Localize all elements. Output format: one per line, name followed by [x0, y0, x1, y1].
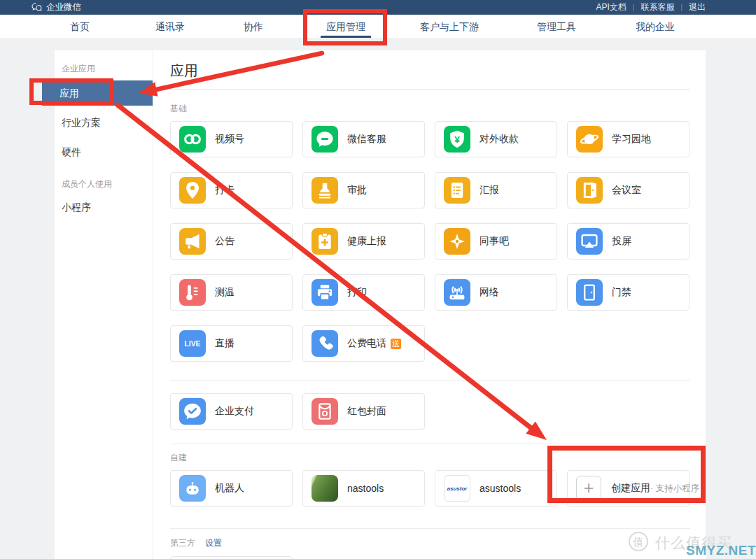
tab-协作[interactable]: 协作: [244, 15, 263, 39]
settings-link[interactable]: 设置: [205, 537, 222, 549]
app-card-公费电话[interactable]: 公费电话送: [302, 325, 425, 362]
app-card-create-app[interactable]: +: [170, 556, 293, 559]
app-card-红包封面[interactable]: 红包封面: [302, 393, 425, 430]
app-card-asustools[interactable]: asustorasustools: [435, 470, 557, 507]
app-card-会议室[interactable]: 会议室: [567, 172, 690, 208]
section-label-row: 基础: [170, 103, 690, 115]
section-label: 第三方: [170, 537, 195, 549]
app-card-创建应用[interactable]: +创建应用 · 支持小程序: [567, 470, 690, 507]
section-label-row: 自建: [170, 452, 690, 464]
app-label: 汇报: [479, 184, 499, 197]
svg-text:¥: ¥: [454, 134, 460, 145]
app-card-审批[interactable]: 审批: [302, 172, 425, 208]
asustor-logo-icon: asustor: [444, 475, 470, 502]
meeting-door-icon: [576, 177, 603, 204]
top-links-separator: |: [680, 3, 682, 11]
live-icon: LIVE: [179, 330, 206, 357]
report-doc-icon: [444, 177, 470, 204]
stamp-icon: [312, 177, 338, 204]
app-card-打卡[interactable]: 打卡: [170, 172, 293, 208]
sidebar-item-小程序[interactable]: 小程序: [62, 201, 153, 214]
main-tabbar: 首页通讯录协作应用管理客户与上下游管理工具我的企业: [0, 15, 756, 39]
tab-通讯录[interactable]: 通讯录: [155, 15, 185, 39]
section-label-row: 第三方设置: [170, 537, 690, 549]
app-card-微信客服[interactable]: 微信客服: [302, 121, 425, 157]
section-divider: [170, 528, 690, 529]
app-card-测温[interactable]: 测温: [170, 274, 293, 311]
planet-icon: [576, 126, 603, 153]
sidebar-item-应用[interactable]: 应用: [42, 80, 154, 106]
app-grid: 视频号微信客服¥对外收款学习园地打卡审批汇报会议室公告健康上报同事吧投屏测温打印…: [170, 121, 690, 362]
plus-icon: +: [576, 476, 601, 501]
tab-应用管理[interactable]: 应用管理: [326, 15, 365, 39]
tab-label: 管理工具: [537, 21, 576, 32]
app-label: asustools: [479, 483, 521, 494]
pay-bubble-check-icon: [179, 398, 206, 425]
app-card-汇报[interactable]: 汇报: [435, 172, 557, 208]
sidebar-item-行业方案[interactable]: 行业方案: [62, 117, 153, 129]
photo-thumbnail-icon: [312, 475, 338, 502]
app-card-直播[interactable]: LIVE直播: [170, 325, 293, 362]
top-link-logout[interactable]: 退出: [689, 1, 706, 13]
tab-我的企业[interactable]: 我的企业: [636, 15, 675, 39]
tab-label: 通讯录: [155, 21, 185, 32]
app-card-机器人[interactable]: 机器人: [170, 470, 293, 507]
app-grid: 机器人nastoolsasustorasustools+创建应用 · 支持小程序: [170, 470, 690, 507]
tab-label: 应用管理: [326, 21, 365, 32]
video-channels-icon: [179, 126, 206, 153]
tab-首页[interactable]: 首页: [70, 15, 90, 39]
app-card-学习园地[interactable]: 学习园地: [567, 121, 690, 157]
app-label: 微信客服: [347, 133, 386, 146]
robot-icon: [179, 475, 206, 502]
top-links: API文档|联系客服|退出: [596, 1, 706, 13]
page-title: 应用: [170, 50, 690, 80]
app-label: 会议室: [612, 184, 641, 197]
app-card-对外收款[interactable]: ¥对外收款: [435, 121, 557, 157]
tab-label: 我的企业: [636, 21, 675, 32]
app-label: 投屏: [612, 235, 631, 248]
section-divider: [170, 380, 690, 381]
app-card-投屏[interactable]: 投屏: [567, 223, 690, 260]
app-label: 打卡: [215, 184, 234, 197]
main-panel: 应用 基础视频号微信客服¥对外收款学习园地打卡审批汇报会议室公告健康上报同事吧投…: [153, 50, 706, 559]
app-label: 网络: [479, 286, 499, 299]
top-link-api-docs[interactable]: API文档: [596, 1, 626, 13]
app-card-门禁[interactable]: 门禁: [567, 274, 690, 311]
app-grid: +: [170, 556, 690, 559]
create-app-label: 创建应用: [611, 482, 650, 495]
app-card-打印[interactable]: 打印: [302, 274, 425, 311]
tab-label: 首页: [70, 21, 90, 32]
sidebar-item-硬件[interactable]: 硬件: [62, 146, 153, 159]
tab-管理工具[interactable]: 管理工具: [537, 15, 576, 39]
app-card-视频号[interactable]: 视频号: [170, 121, 293, 157]
sidebar-group-label: 成员个人使用: [62, 159, 153, 190]
app-card-健康上报[interactable]: 健康上报: [302, 223, 425, 260]
wework-logo-icon: [31, 3, 43, 12]
megaphone-icon: [179, 228, 206, 255]
top-link-contact-support[interactable]: 联系客服: [640, 1, 674, 13]
app-card-企业支付[interactable]: 企业支付: [170, 393, 293, 430]
app-card-网络[interactable]: 网络: [435, 274, 557, 311]
payment-shield-icon: ¥: [444, 126, 470, 153]
title-divider: [170, 89, 690, 90]
section-label: 自建: [170, 452, 187, 464]
tab-客户与上下游[interactable]: 客户与上下游: [420, 15, 479, 39]
app-logo[interactable]: 企业微信: [31, 1, 81, 13]
app-label: 机器人: [215, 482, 244, 495]
red-packet-icon: [312, 398, 338, 425]
sidebar-group-label: 企业应用: [62, 50, 153, 75]
app-label: 公告: [215, 235, 234, 248]
sparkle-icon: [444, 228, 470, 255]
sidebar: 企业应用应用行业方案硬件成员个人使用小程序: [55, 50, 153, 559]
tab-label: 客户与上下游: [420, 21, 479, 32]
router-icon: [444, 279, 470, 306]
app-label: 审批: [347, 184, 367, 197]
thermometer-icon: [179, 279, 206, 306]
location-pin-icon: [179, 177, 206, 204]
svg-text:LIVE: LIVE: [184, 340, 200, 348]
app-card-同事吧[interactable]: 同事吧: [435, 223, 557, 260]
app-card-公告[interactable]: 公告: [170, 223, 293, 260]
app-label: 测温: [215, 286, 234, 299]
app-label: 企业支付: [215, 405, 254, 418]
app-card-nastools[interactable]: nastools: [302, 470, 425, 507]
